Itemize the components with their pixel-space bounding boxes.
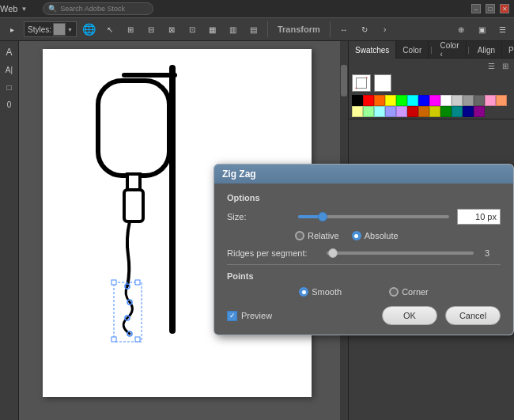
tool-square[interactable]: □ [2, 79, 17, 95]
swatch-peach[interactable] [496, 95, 507, 106]
tool-grid4[interactable]: ⊡ [183, 21, 201, 38]
swatch-white[interactable] [440, 95, 452, 106]
swatch-yellow[interactable] [385, 95, 396, 106]
web-menu[interactable]: Web ▼ [0, 4, 27, 13]
swatch-orange[interactable] [374, 95, 385, 106]
ridges-label: Ridges per segment: [227, 248, 322, 258]
expand-icon[interactable]: ▸ [3, 21, 21, 38]
swatch-darkorange[interactable] [418, 106, 429, 117]
size-label: Size: [227, 212, 290, 221]
minimize-button[interactable]: – [471, 4, 481, 13]
tool-grid6[interactable]: ▥ [225, 21, 242, 38]
swatch-lpurple[interactable] [396, 106, 407, 117]
relative-option[interactable]: Relative [295, 231, 339, 240]
swatch-pink[interactable] [485, 95, 496, 106]
swatch-lgreen[interactable] [363, 106, 374, 117]
tool-grid1[interactable]: ⊞ [122, 21, 139, 38]
window-controls: – □ ✕ [471, 4, 509, 13]
smooth-option[interactable]: Smooth [299, 287, 342, 297]
svg-rect-1 [122, 73, 177, 78]
swatch-darkred[interactable] [407, 106, 418, 117]
tool-grid3[interactable]: ⊠ [163, 21, 180, 38]
tab-color[interactable]: Color [396, 41, 429, 59]
tool-a2[interactable]: A| [2, 62, 17, 78]
tab-color2[interactable]: Color ‹ [434, 41, 467, 59]
ridges-slider-thumb[interactable] [328, 248, 338, 258]
tool-grid2[interactable]: ⊟ [142, 21, 160, 38]
size-input[interactable] [457, 209, 501, 225]
tool-rotate[interactable]: ↻ [356, 21, 373, 38]
toolbar-separator [267, 21, 268, 37]
swatch-navy[interactable] [463, 106, 474, 117]
swatch-mgray[interactable] [463, 95, 474, 106]
swatch-green[interactable] [396, 95, 407, 106]
swatch-black[interactable] [352, 95, 363, 106]
tool-select[interactable]: A [2, 44, 17, 60]
tool-grid7[interactable]: ▤ [245, 21, 263, 38]
swatch-lcyan[interactable] [374, 106, 385, 117]
svg-rect-6 [111, 280, 116, 285]
swatch-cyan[interactable] [407, 95, 418, 106]
tool-0[interactable]: 0 [2, 96, 17, 112]
swatch-teal[interactable] [452, 106, 463, 117]
swatch-blue[interactable] [418, 95, 429, 106]
size-row: Size: [227, 209, 501, 225]
web-dropdown-icon[interactable]: ▼ [21, 6, 27, 13]
swatch-lyellow[interactable] [352, 106, 363, 117]
search-bar[interactable]: 🔍 Search Adobe Stock [43, 2, 153, 15]
white-swatch[interactable] [374, 74, 391, 92]
dialog-body: Options Size: Relative [214, 184, 513, 335]
menu-bar: Web ▼ 🔍 Search Adobe Stock – □ ✕ [0, 0, 514, 17]
swatch-olive[interactable] [429, 106, 440, 117]
panel-menu-icon[interactable]: ☰ [486, 60, 497, 71]
ridges-value: 3 [485, 248, 501, 258]
styles-dropdown[interactable]: Styles: ▼ [24, 21, 77, 37]
corner-option[interactable]: Corner [389, 287, 429, 297]
cancel-button[interactable]: Cancel [445, 306, 501, 325]
tab-pathfinder[interactable]: Pathfi… [502, 41, 514, 59]
tool-arrow[interactable]: ↔ [335, 21, 353, 38]
tool-arrange[interactable]: ⊕ [452, 21, 470, 38]
tool-globe[interactable]: 🌐 [80, 21, 98, 38]
zigzag-dialog[interactable]: Zig Zag Options Size: Relative [214, 164, 514, 335]
absolute-radio[interactable] [352, 231, 361, 240]
swatch-lgray[interactable] [452, 95, 463, 106]
points-row: Smooth Corner [227, 287, 501, 297]
points-section-label: Points [227, 271, 501, 281]
swatch-darkgreen[interactable] [440, 106, 452, 117]
swatch-dgray[interactable] [474, 95, 485, 106]
tool-grid5[interactable]: ▦ [204, 21, 221, 38]
ridges-slider[interactable] [327, 252, 474, 255]
none-swatch[interactable] [352, 74, 371, 92]
relative-radio[interactable] [295, 231, 304, 240]
swatch-purple[interactable] [474, 106, 485, 117]
size-slider-thumb[interactable] [318, 212, 327, 221]
ridges-row: Ridges per segment: 3 [227, 248, 501, 258]
dialog-title-bar[interactable]: Zig Zag [214, 165, 513, 184]
swatches-panel: Swatches Color | Color ‹ | Align Pathfi…… [349, 41, 514, 119]
tool-menu[interactable]: ☰ [493, 21, 511, 38]
toolbar-separator-2 [330, 21, 331, 37]
artwork-svg [59, 57, 217, 358]
swatch-lblue[interactable] [385, 106, 396, 117]
size-slider[interactable] [298, 215, 449, 218]
corner-radio[interactable] [389, 287, 399, 297]
preview-checkbox[interactable]: ✓ [227, 311, 237, 321]
special-swatches-row [349, 73, 514, 93]
styles-chevron[interactable]: ▼ [67, 27, 73, 32]
tool-panels[interactable]: ▣ [473, 21, 490, 38]
smooth-radio[interactable] [299, 287, 308, 297]
ok-button[interactable]: OK [382, 306, 437, 325]
svg-rect-8 [111, 337, 116, 342]
tool-more[interactable]: › [376, 21, 394, 38]
preview-checkbox-label[interactable]: ✓ Preview [227, 311, 272, 321]
swatch-red[interactable] [363, 95, 374, 106]
swatch-magenta[interactable] [429, 95, 440, 106]
close-button[interactable]: ✕ [500, 4, 509, 13]
panel-grid-icon[interactable]: ⊞ [500, 60, 511, 71]
tab-align[interactable]: Align [471, 41, 502, 59]
maximize-button[interactable]: □ [486, 4, 495, 13]
tab-swatches[interactable]: Swatches [349, 41, 396, 59]
tool-cursor[interactable]: ↖ [101, 21, 119, 38]
absolute-option[interactable]: Absolute [352, 231, 399, 240]
